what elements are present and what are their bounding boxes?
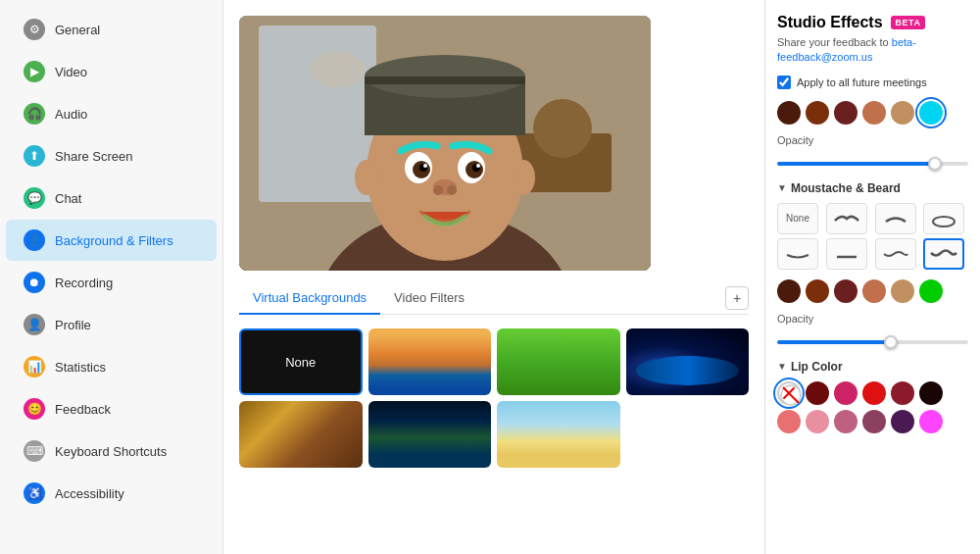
sidebar-item-background[interactable]: 👤Background & Filters [6, 220, 217, 261]
moustache-item-m2[interactable] [875, 203, 916, 234]
eyebrow-color-0[interactable] [777, 101, 801, 125]
eyebrow-color-5[interactable] [919, 101, 943, 125]
accessibility-icon: ♿ [24, 482, 45, 504]
keyboard-icon: ⌨ [24, 440, 45, 462]
moustache-color-4[interactable] [891, 279, 914, 303]
general-icon: ⚙ [24, 19, 45, 40]
eyebrow-opacity-section: Opacity [777, 134, 968, 170]
moustache-section-header[interactable]: ▼ Moustache & Beard [777, 181, 968, 195]
lip-color-3[interactable] [862, 381, 886, 405]
moustache-color-1[interactable] [806, 279, 829, 303]
lip-color-9[interactable] [862, 410, 886, 433]
lip-color-none[interactable] [777, 381, 801, 405]
svg-rect-13 [365, 76, 525, 84]
bg-golden-gate-item[interactable] [368, 328, 492, 395]
add-background-button[interactable]: + [725, 286, 749, 310]
svg-point-20 [423, 164, 427, 168]
moustache-item-m3[interactable] [923, 203, 964, 234]
moustache-color-2[interactable] [834, 279, 858, 303]
lip-color-5[interactable] [919, 381, 943, 405]
eyebrow-color-row [777, 101, 968, 125]
lip-color-section: ▼ Lip Color [777, 360, 968, 433]
lip-color-2[interactable] [834, 381, 858, 405]
lip-chevron: ▼ [777, 361, 787, 372]
moustache-item-m4[interactable] [777, 238, 818, 270]
moustache-item-m1[interactable] [826, 203, 867, 234]
moustache-chevron: ▼ [777, 182, 787, 193]
profile-icon: 👤 [24, 314, 45, 335]
studio-effects-title: Studio Effects BETA [777, 14, 968, 31]
lip-color-10[interactable] [891, 410, 914, 433]
svg-point-26 [512, 160, 535, 195]
apply-checkbox[interactable] [777, 76, 791, 89]
sidebar-item-profile[interactable]: 👤Profile [6, 304, 217, 345]
sidebar-item-chat[interactable]: 💬Chat [6, 177, 217, 219]
bg-grass-item[interactable] [497, 328, 620, 395]
moustache-opacity-slider[interactable] [777, 340, 968, 344]
bg-space-item[interactable] [626, 328, 750, 395]
bg-aurora-item[interactable] [368, 401, 492, 468]
lip-color-row [777, 381, 968, 433]
bg-none-item[interactable]: None [239, 328, 363, 395]
moustache-item-m5[interactable] [826, 238, 867, 270]
sidebar-item-general[interactable]: ⚙General [6, 9, 217, 50]
moustache-color-3[interactable] [862, 279, 886, 303]
tab-virtual-backgrounds[interactable]: Virtual Backgrounds [239, 282, 380, 315]
lip-color-7[interactable] [806, 410, 829, 433]
tab-video-filters[interactable]: Video Filters [380, 282, 478, 315]
moustache-item-m6[interactable] [875, 238, 916, 270]
sidebar-label-keyboard: Keyboard Shortcuts [55, 444, 167, 459]
lip-color-header[interactable]: ▼ Lip Color [777, 360, 968, 374]
chat-icon: 💬 [24, 187, 45, 209]
moustache-opacity-label: Opacity [777, 313, 968, 325]
lip-color-11[interactable] [919, 410, 943, 433]
recording-icon: ⏺ [24, 272, 45, 293]
feedback-link-text: Share your feedback to beta-feedback@zoo… [777, 35, 968, 66]
eyebrow-color-3[interactable] [862, 101, 886, 125]
sidebar-item-statistics[interactable]: 📊Statistics [6, 346, 217, 387]
lip-color-6[interactable] [777, 410, 801, 433]
eyebrow-color-2[interactable] [834, 101, 858, 125]
video-preview [239, 16, 651, 271]
lip-color-1[interactable] [806, 381, 829, 405]
feedback-icon: 😊 [24, 398, 45, 420]
svg-point-24 [447, 185, 457, 195]
sidebar-label-accessibility: Accessibility [55, 486, 124, 501]
sidebar-label-general: General [55, 23, 100, 37]
sidebar-item-video[interactable]: ▶Video [6, 51, 217, 92]
moustache-grid: None [777, 203, 968, 270]
sidebar-label-chat: Chat [55, 191, 81, 206]
eyebrow-opacity-slider[interactable] [777, 162, 968, 166]
sidebar-label-audio: Audio [55, 107, 87, 122]
video-icon: ▶ [24, 61, 45, 82]
eyebrow-color-4[interactable] [891, 101, 914, 125]
sidebar-item-keyboard[interactable]: ⌨Keyboard Shortcuts [6, 430, 217, 472]
sidebar-label-share-screen: Share Screen [55, 149, 133, 164]
lip-color-4[interactable] [891, 381, 914, 405]
bg-beach-item[interactable] [497, 401, 620, 468]
bg-hotel-item[interactable] [239, 401, 363, 468]
sidebar-label-statistics: Statistics [55, 360, 106, 375]
face-svg [239, 16, 651, 271]
sidebar-item-recording[interactable]: ⏺Recording [6, 262, 217, 303]
statistics-icon: 📊 [24, 356, 45, 378]
moustache-opacity-section: Opacity [777, 313, 968, 348]
svg-point-23 [433, 185, 443, 195]
background-icon: 👤 [24, 229, 45, 251]
sidebar-item-feedback[interactable]: 😊Feedback [6, 388, 217, 429]
moustache-item-m7[interactable] [923, 238, 964, 270]
moustache-item-none[interactable]: None [777, 203, 818, 234]
moustache-color-5[interactable] [919, 279, 943, 303]
lip-color-8[interactable] [834, 410, 858, 433]
sidebar-item-share-screen[interactable]: ⬆Share Screen [6, 135, 217, 176]
sidebar-item-audio[interactable]: 🎧Audio [6, 93, 217, 134]
sidebar-label-profile: Profile [55, 318, 91, 332]
sidebar-label-recording: Recording [55, 276, 113, 290]
svg-point-25 [355, 160, 378, 195]
apply-row: Apply to all future meetings [777, 76, 968, 89]
sidebar-item-accessibility[interactable]: ♿Accessibility [6, 473, 217, 514]
lip-color-label: Lip Color [791, 360, 843, 374]
moustache-color-0[interactable] [777, 279, 801, 303]
moustache-section-label: Moustache & Beard [791, 181, 901, 195]
eyebrow-color-1[interactable] [806, 101, 829, 125]
